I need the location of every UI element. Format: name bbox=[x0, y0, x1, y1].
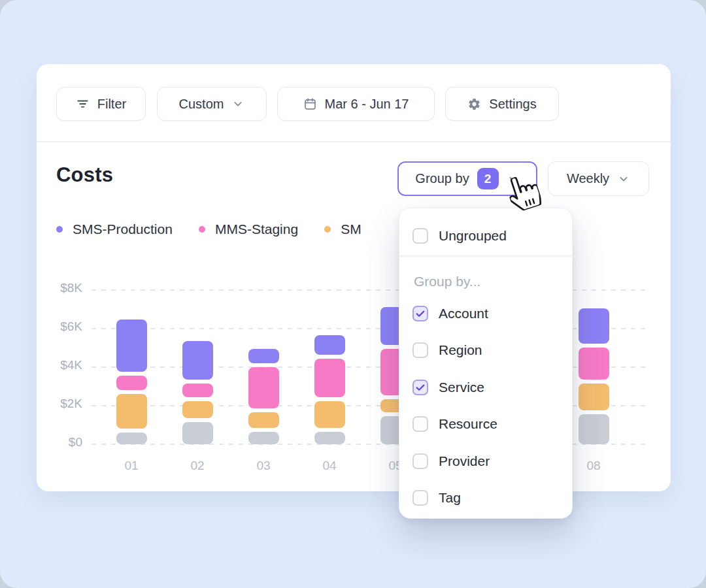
costs-panel: Filter Custom Mar 6 - Jun 17 Settings Co… bbox=[37, 64, 671, 491]
bar-segment-04-SMS-Production[interactable] bbox=[314, 335, 345, 355]
ungrouped-label: Ungrouped bbox=[439, 228, 507, 244]
bar-segment-02-SM[interactable] bbox=[182, 401, 213, 419]
menu-item-ungrouped[interactable]: Ungrouped bbox=[412, 227, 507, 245]
menu-item-service[interactable]: Service bbox=[412, 378, 484, 397]
menu-item-label: Service bbox=[439, 380, 484, 395]
bar-segment-01[interactable] bbox=[116, 433, 147, 444]
menu-item-account[interactable]: Account bbox=[412, 304, 488, 323]
bar-segment-03-SM[interactable] bbox=[248, 412, 279, 428]
group-by-menu: Ungrouped Group by... AccountRegionServi… bbox=[399, 208, 573, 519]
menu-item-tag[interactable]: Tag bbox=[412, 489, 461, 507]
bar-segment-08[interactable] bbox=[579, 414, 609, 444]
menu-item-label: Region bbox=[439, 342, 482, 358]
menu-item-label: Account bbox=[439, 306, 488, 321]
bar-segment-01-MMS-Staging[interactable] bbox=[116, 376, 147, 390]
menu-item-label: Tag bbox=[439, 490, 461, 506]
page-background: Filter Custom Mar 6 - Jun 17 Settings Co… bbox=[0, 0, 706, 588]
x-axis-tick-label: 08 bbox=[571, 459, 616, 473]
stacked-bar-chart: $8K$6K$4K$2K$00102030405060708 bbox=[37, 64, 671, 491]
bar-segment-08-SM[interactable] bbox=[579, 384, 609, 410]
bar-segment-02[interactable] bbox=[182, 422, 213, 444]
menu-item-label: Provider bbox=[439, 453, 490, 469]
x-axis-tick-label: 01 bbox=[109, 459, 154, 473]
bar-segment-02-MMS-Staging[interactable] bbox=[182, 384, 213, 397]
menu-item-region[interactable]: Region bbox=[412, 341, 482, 359]
bar-segment-03-SMS-Production[interactable] bbox=[248, 349, 279, 363]
bar-segment-08-MMS-Staging[interactable] bbox=[579, 348, 609, 380]
bar-segment-04-SM[interactable] bbox=[314, 401, 345, 428]
bar-segment-01-SM[interactable] bbox=[116, 394, 147, 429]
region-checkbox[interactable] bbox=[412, 342, 428, 358]
tag-checkbox[interactable] bbox=[412, 490, 428, 506]
bar-segment-03-MMS-Staging[interactable] bbox=[248, 367, 279, 408]
bar-segment-02-SMS-Production[interactable] bbox=[182, 341, 213, 380]
bar-segment-08-SMS-Production[interactable] bbox=[579, 308, 609, 344]
bar-segment-01-SMS-Production[interactable] bbox=[116, 319, 147, 372]
y-axis-tick-label: $6K bbox=[37, 319, 82, 334]
x-axis-tick-label: 02 bbox=[175, 459, 220, 473]
menu-item-provider[interactable]: Provider bbox=[412, 452, 490, 470]
y-axis-tick-label: $2K bbox=[37, 397, 82, 411]
y-axis-tick-label: $8K bbox=[37, 281, 82, 295]
bar-segment-03[interactable] bbox=[248, 432, 279, 444]
bar-segment-04[interactable] bbox=[314, 432, 345, 444]
resource-checkbox[interactable] bbox=[412, 416, 428, 432]
service-checkbox[interactable] bbox=[412, 380, 428, 395]
menu-section-label: Group by... bbox=[414, 274, 480, 289]
y-axis-tick-label: $4K bbox=[37, 358, 82, 372]
x-axis-tick-label: 03 bbox=[241, 459, 286, 473]
provider-checkbox[interactable] bbox=[412, 453, 428, 469]
menu-item-resource[interactable]: Resource bbox=[412, 415, 497, 433]
menu-divider bbox=[399, 255, 572, 257]
account-checkbox[interactable] bbox=[412, 306, 428, 321]
x-axis-tick-label: 04 bbox=[307, 459, 352, 473]
y-axis-tick-label: $0 bbox=[37, 435, 82, 449]
bar-segment-04-MMS-Staging[interactable] bbox=[314, 359, 345, 397]
menu-item-label: Resource bbox=[439, 416, 497, 432]
ungrouped-checkbox[interactable] bbox=[412, 228, 428, 244]
